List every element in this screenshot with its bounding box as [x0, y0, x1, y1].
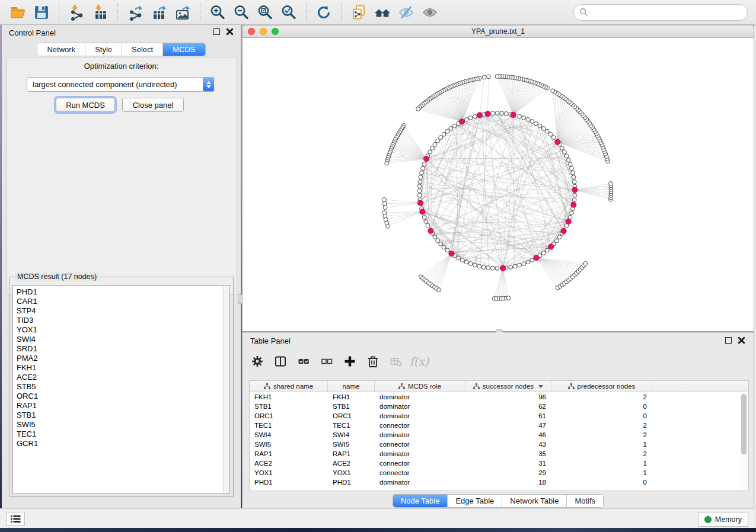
graph-hub-node[interactable]	[428, 228, 433, 233]
graph-node[interactable]	[382, 198, 387, 202]
graph-hub-node[interactable]	[459, 119, 464, 124]
table-cell[interactable]: connector	[375, 422, 465, 429]
table-cell[interactable]: connector	[375, 441, 465, 448]
graph-node[interactable]	[482, 75, 486, 79]
graph-hub-node[interactable]	[566, 219, 571, 224]
graph-node[interactable]	[457, 256, 461, 260]
graph-node[interactable]	[433, 235, 437, 239]
graph-node[interactable]	[442, 132, 446, 136]
refresh-layout-button[interactable]	[313, 2, 334, 23]
graph-node[interactable]	[382, 201, 387, 206]
graph-node[interactable]	[545, 129, 549, 133]
tab-style[interactable]: Style	[85, 43, 122, 56]
graph-node[interactable]	[449, 127, 453, 131]
graph-node[interactable]	[541, 251, 546, 255]
graph-node[interactable]	[430, 146, 435, 150]
table-cell[interactable]: SWI4	[250, 431, 328, 438]
network-window-titlebar[interactable]: YPA_prune.txt_1	[243, 25, 754, 38]
zoom-out-button[interactable]	[231, 2, 252, 23]
mcds-result-item[interactable]: STP4	[17, 306, 229, 316]
graph-node[interactable]	[548, 132, 553, 136]
graph-node[interactable]	[583, 261, 588, 265]
graph-node[interactable]	[419, 175, 423, 180]
table-cell[interactable]: RAP1	[328, 450, 375, 457]
graph-node[interactable]	[491, 266, 495, 270]
mcds-result-list[interactable]: PHD1CAR1STP4TID3YOX1SWI4SRD1PMA2FKH1ACE2…	[12, 285, 230, 494]
graph-node[interactable]	[572, 198, 576, 202]
table-cell[interactable]: TEC1	[328, 422, 375, 429]
mcds-result-item[interactable]: TEC1	[17, 430, 229, 439]
graph-node[interactable]	[473, 263, 477, 267]
export-network-button[interactable]	[125, 2, 146, 23]
hide-selected-button[interactable]	[395, 2, 417, 23]
table-cell[interactable]: 0	[551, 403, 652, 410]
show-all-button[interactable]	[419, 2, 441, 23]
list-scrollbar[interactable]	[223, 286, 229, 494]
table-cell[interactable]: PHD1	[250, 479, 328, 486]
table-cell[interactable]: PHD1	[328, 479, 375, 486]
table-row[interactable]: ACE2ACE2connector311	[250, 459, 748, 468]
table-cell[interactable]: connector	[375, 460, 465, 467]
mcds-result-item[interactable]: SRD1	[17, 344, 229, 354]
graph-node[interactable]	[445, 129, 449, 133]
graph-node[interactable]	[421, 166, 425, 171]
graph-node[interactable]	[541, 127, 546, 131]
column-header-shared-name[interactable]: shared name	[250, 381, 328, 392]
mcds-result-item[interactable]: TID3	[17, 316, 229, 325]
graph-node[interactable]	[445, 248, 449, 252]
select-all-button[interactable]	[295, 352, 312, 370]
graph-node[interactable]	[572, 175, 576, 180]
graph-node[interactable]	[557, 235, 562, 239]
graph-node[interactable]	[473, 114, 477, 118]
graph-node[interactable]	[566, 158, 570, 162]
graph-node[interactable]	[464, 260, 468, 264]
table-cell[interactable]: dominator	[375, 431, 465, 438]
graph-node[interactable]	[551, 136, 556, 140]
graph-node[interactable]	[487, 75, 491, 79]
table-cell[interactable]: ACE2	[250, 460, 328, 467]
table-cell[interactable]: dominator	[375, 450, 465, 457]
table-cell[interactable]: FKH1	[250, 393, 328, 400]
table-cell[interactable]: 2	[551, 422, 652, 429]
graph-node[interactable]	[468, 116, 473, 120]
table-cell[interactable]: STB1	[328, 403, 375, 410]
tab-edge-table[interactable]: Edge Table	[448, 495, 502, 507]
graph-hub-node[interactable]	[418, 200, 423, 206]
table-cell[interactable]: 96	[465, 393, 551, 400]
table-cell[interactable]: RAP1	[250, 450, 328, 457]
mcds-result-item[interactable]: SWI5	[17, 420, 229, 430]
graph-node[interactable]	[495, 267, 499, 271]
graph-node[interactable]	[439, 242, 443, 246]
table-cell[interactable]: 1	[551, 460, 652, 467]
graph-node[interactable]	[436, 139, 440, 143]
minimize-window-button[interactable]	[260, 28, 267, 35]
graph-node[interactable]	[442, 245, 446, 249]
export-image-button[interactable]	[172, 2, 193, 23]
mcds-result-item[interactable]: PMA2	[17, 354, 229, 363]
deselect-all-button[interactable]	[318, 352, 336, 370]
graph-hub-node[interactable]	[485, 111, 490, 116]
graph-node[interactable]	[522, 262, 526, 266]
tab-select[interactable]: Select	[122, 43, 163, 56]
mcds-result-item[interactable]: PHD1	[17, 287, 229, 297]
tab-network-table[interactable]: Network Table	[502, 495, 567, 507]
table-row[interactable]: TEC1TEC1connector472	[250, 421, 748, 430]
graph-node[interactable]	[518, 263, 522, 267]
table-cell[interactable]: 35	[465, 450, 551, 457]
graph-node[interactable]	[518, 114, 522, 118]
tab-network[interactable]: Network	[37, 43, 85, 56]
graph-node[interactable]	[495, 111, 499, 116]
table-cell[interactable]: 62	[465, 403, 551, 410]
graph-node[interactable]	[417, 184, 422, 188]
graph-node[interactable]	[568, 162, 572, 166]
criterion-dropdown[interactable]: largest connected component (undirected)	[27, 77, 215, 92]
table-scrollbar-thumb[interactable]	[741, 394, 747, 454]
zoom-selected-button[interactable]	[278, 2, 299, 23]
graph-node[interactable]	[506, 296, 511, 300]
table-cell[interactable]: 0	[551, 412, 652, 419]
graph-node[interactable]	[572, 180, 576, 184]
graph-node[interactable]	[491, 111, 495, 116]
mcds-result-item[interactable]: GCR1	[17, 439, 229, 448]
graph-hub-node[interactable]	[548, 244, 554, 249]
mcds-result-item[interactable]: SWI4	[17, 335, 229, 344]
